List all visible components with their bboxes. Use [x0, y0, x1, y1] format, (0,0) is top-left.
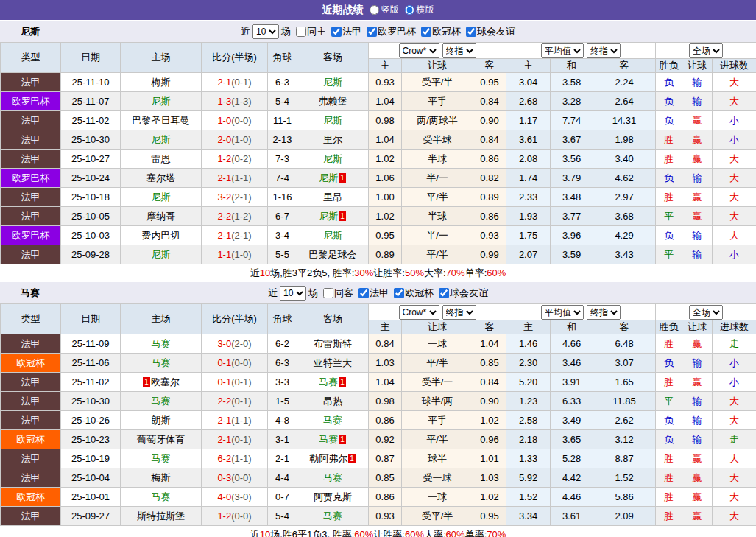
- team-label: 摩纳哥: [146, 211, 175, 222]
- summary-line: 近10场,胜3平2负5, 胜率:30% 让胜率:50% 大率:70% 单率:60…: [0, 264, 756, 281]
- league-cell: 法甲: [1, 449, 61, 468]
- summary-segment: 场,胜6平1负3, 胜率:: [270, 528, 354, 537]
- avg-home-cell: 1.46: [506, 334, 551, 354]
- avg-draw-cell: 3.67: [551, 130, 593, 150]
- team-label: 马赛: [323, 510, 342, 522]
- same-home-option[interactable]: 同主: [293, 25, 326, 38]
- corner-cell: 6-2: [268, 334, 297, 354]
- horizontal-layout-radio[interactable]: [405, 5, 414, 15]
- league-filter-friendly[interactable]: 球会友谊: [436, 287, 488, 300]
- result-cell: 胜: [656, 449, 682, 468]
- league-filter-ligue1[interactable]: 法甲: [356, 287, 389, 300]
- vertical-layout-radio[interactable]: [370, 5, 379, 15]
- league-filter-ucl[interactable]: 欧冠杯: [391, 287, 434, 300]
- avg-away-cell: 4.29: [593, 226, 656, 245]
- fulltime-score: 4-0: [217, 491, 231, 502]
- friendly-checkbox[interactable]: [439, 288, 449, 298]
- odds-source-select[interactable]: Crow*: [399, 43, 439, 58]
- team-label: 弗赖堡: [319, 96, 347, 107]
- scope-select[interactable]: 全场: [689, 305, 723, 320]
- team-label: 巴黎足球会: [309, 249, 357, 260]
- date-cell: 25-10-26: [61, 411, 121, 430]
- horizontal-layout-option[interactable]: 横版: [405, 4, 434, 16]
- halftime-score: (0-0): [231, 472, 251, 483]
- league-cell: 法甲: [1, 150, 61, 169]
- match-row: 法甲25-10-18尼斯3-2(2-1)1-16里昂1.00平/半0.892.3…: [1, 188, 756, 207]
- avg-draw-cell: 4.66: [551, 334, 593, 354]
- ligue1-checkbox[interactable]: [358, 288, 369, 298]
- odds-handicap-cell: 半球: [402, 207, 473, 226]
- ucl-checkbox[interactable]: [421, 27, 431, 37]
- avg-home-cell: 2.68: [506, 92, 551, 111]
- avg-draw-cell: 3.28: [551, 92, 593, 111]
- fulltime-score: 1-2: [217, 510, 231, 522]
- handicap-result-cell: 赢: [682, 130, 713, 150]
- same-away-option[interactable]: 同客: [320, 287, 353, 300]
- halftime-score: (3-0): [231, 491, 251, 502]
- team-label: 布雷斯特: [314, 338, 352, 349]
- odds-away-cell: 0.84: [473, 130, 506, 150]
- result-cell: 平: [656, 245, 682, 264]
- handicap-result-cell: 赢: [682, 188, 713, 207]
- odds-handicap-cell: 一球: [402, 334, 473, 354]
- result-cell: 胜: [656, 130, 682, 150]
- odds-source-select[interactable]: Crow*: [399, 305, 439, 320]
- away-team-cell: 马赛: [297, 411, 369, 430]
- avg-time-select[interactable]: 终指: [587, 305, 621, 320]
- team-label: 尼斯: [152, 192, 171, 203]
- ligue1-checkbox[interactable]: [331, 27, 342, 37]
- team-label: 斯特拉斯堡: [137, 510, 185, 522]
- avg-draw-cell: 3.56: [551, 150, 593, 169]
- league-filter-europa[interactable]: 欧罗巴杯: [364, 25, 416, 38]
- avg-source-select[interactable]: 平均值: [541, 305, 584, 320]
- avg-source-select[interactable]: 平均值: [541, 43, 584, 58]
- odds-away-cell: 0.95: [473, 507, 506, 526]
- match-count-select[interactable]: 10: [280, 286, 306, 301]
- score-cell: 3-2(2-1): [202, 188, 268, 207]
- same-away-checkbox[interactable]: [323, 288, 333, 298]
- avg-group-header: 平均值终指: [506, 304, 656, 320]
- match-row: 法甲25-10-30尼斯2-0(1-0)2-13里尔1.04受半球0.843.6…: [1, 130, 756, 150]
- summary-segment: 60%: [354, 529, 373, 537]
- avg-home-cell: 1.17: [506, 111, 551, 130]
- avg-away-cell: 2.24: [593, 73, 656, 92]
- league-filter-ucl[interactable]: 欧冠杯: [418, 25, 461, 38]
- handicap-result-cell: 输: [682, 411, 713, 430]
- league-filter-friendly[interactable]: 球会友谊: [463, 25, 515, 38]
- europa-checkbox[interactable]: [367, 27, 377, 37]
- handicap-result-cell: 输: [682, 226, 713, 245]
- halftime-score: (0-0): [231, 357, 251, 368]
- ucl-checkbox[interactable]: [394, 288, 404, 298]
- team-label: 勒阿弗尔: [309, 453, 347, 464]
- same-home-checkbox[interactable]: [296, 27, 306, 37]
- odds-away-cell: 0.86: [473, 150, 506, 169]
- league-cell: 欧冠杯: [1, 354, 61, 373]
- avg-draw-cell: 3.79: [551, 169, 593, 188]
- goals-result-cell: 大: [713, 392, 756, 411]
- odds-time-select[interactable]: 终指: [442, 305, 476, 320]
- scope-select[interactable]: 全场: [689, 43, 723, 58]
- avg-home-cell: 3.61: [506, 130, 551, 150]
- odds-time-select[interactable]: 终指: [442, 43, 476, 58]
- corner-cell: 4-4: [268, 468, 297, 488]
- league-filter-ligue1[interactable]: 法甲: [328, 25, 361, 38]
- halftime-score: (2-0): [231, 338, 251, 349]
- friendly-checkbox[interactable]: [466, 27, 476, 37]
- avg-away-cell: 3.12: [593, 430, 656, 449]
- odds-away-cell: 1.04: [473, 334, 506, 354]
- away-team-cell: 马赛1: [297, 430, 369, 449]
- halftime-score: (1-0): [231, 134, 251, 145]
- league-cell: 欧冠杯: [1, 488, 61, 507]
- handicap-result-cell: 输: [682, 245, 713, 264]
- odds-home-cell: 0.84: [369, 334, 402, 354]
- away-team-cell: 尼斯1: [297, 207, 369, 226]
- vertical-layout-option[interactable]: 竖版: [370, 4, 399, 16]
- halftime-score: (1-1): [231, 415, 251, 426]
- avg-away-cell: 1.98: [593, 130, 656, 150]
- team-label: 马赛: [323, 415, 342, 426]
- result-cell: 负: [656, 111, 682, 130]
- avg-time-select[interactable]: 终指: [587, 43, 621, 58]
- match-row: 法甲25-10-30马赛2-2(0-1)1-5昂热0.98球半/两0.901.2…: [1, 392, 756, 411]
- handicap-result-cell: 赢: [682, 449, 713, 468]
- match-count-select[interactable]: 10: [252, 24, 279, 39]
